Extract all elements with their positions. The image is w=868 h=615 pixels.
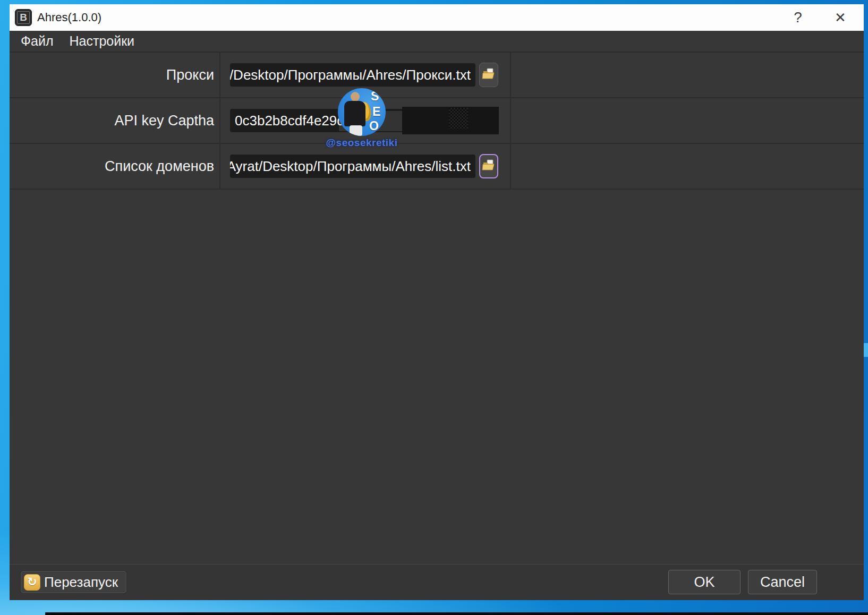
avatar-letter-e: E	[372, 105, 380, 119]
desktop: { "window": { "title": "Ahres(1.0.0)", "…	[0, 0, 868, 615]
menu-item-settings[interactable]: Настройки	[61, 31, 142, 52]
form-row-proxy: Прокси rat/Desktop/Программы/Ahres/Прокс…	[10, 53, 864, 98]
menu-item-file[interactable]: Файл	[13, 31, 61, 52]
help-icon: ?	[794, 9, 802, 26]
avatar-person-pants	[350, 125, 362, 136]
help-button[interactable]: ?	[786, 4, 810, 31]
desktop-edge-highlight	[864, 343, 868, 357]
proxy-label: Прокси	[10, 53, 214, 97]
title-bar: B Ahres(1.0.0) ? ✕	[10, 4, 864, 31]
app-icon-glyph: B	[20, 12, 27, 23]
apikey-label: API key Captha	[10, 98, 214, 143]
domains-path-input[interactable]: s/Ayrat/Desktop/Программы/Ahres/list.txt	[230, 155, 475, 178]
settings-form: Прокси rat/Desktop/Программы/Ahres/Прокс…	[10, 52, 864, 189]
form-row-apikey: API key Captha 0c3b2b8cdf4e29d	[10, 98, 864, 144]
folder-icon	[482, 158, 496, 174]
restart-button[interactable]: ↻ Перезапуск	[20, 570, 127, 594]
app-icon: B	[15, 9, 32, 26]
cancel-button[interactable]: Cancel	[748, 570, 817, 594]
close-button[interactable]: ✕	[829, 4, 852, 31]
avatar-person-shirt	[344, 101, 365, 126]
ok-button[interactable]: OK	[668, 570, 741, 594]
form-row-domains: Список доменов s/Ayrat/Desktop/Программы…	[10, 144, 864, 190]
watermark-handle: @seosekretiki	[309, 137, 415, 149]
watermark: S E O @seosekretiki	[309, 88, 415, 149]
domains-browse-button[interactable]	[479, 154, 498, 178]
footer-bar: ↻ Перезапуск OK Cancel	[10, 564, 864, 600]
folder-icon	[482, 67, 496, 83]
apikey-redaction-pattern	[449, 108, 468, 129]
restart-button-label: Перезапуск	[44, 574, 118, 591]
avatar-letter-o: O	[369, 119, 379, 133]
avatar-letter-s: S	[371, 89, 379, 104]
proxy-path-input[interactable]: rat/Desktop/Программы/Ahres/Прокси.txt	[230, 63, 475, 87]
close-icon: ✕	[835, 10, 846, 26]
taskbar-edge	[45, 612, 868, 615]
watermark-avatar: S E O	[338, 88, 386, 136]
menu-bar: Файл Настройки	[10, 31, 864, 52]
window-title: Ahres(1.0.0)	[37, 4, 101, 31]
domains-label: Список доменов	[10, 144, 214, 189]
app-window: B Ahres(1.0.0) ? ✕ Файл Настройки Прокси…	[10, 4, 864, 600]
avatar-person-head	[351, 92, 360, 101]
restart-icon: ↻	[24, 574, 40, 591]
proxy-browse-button[interactable]	[479, 63, 498, 87]
